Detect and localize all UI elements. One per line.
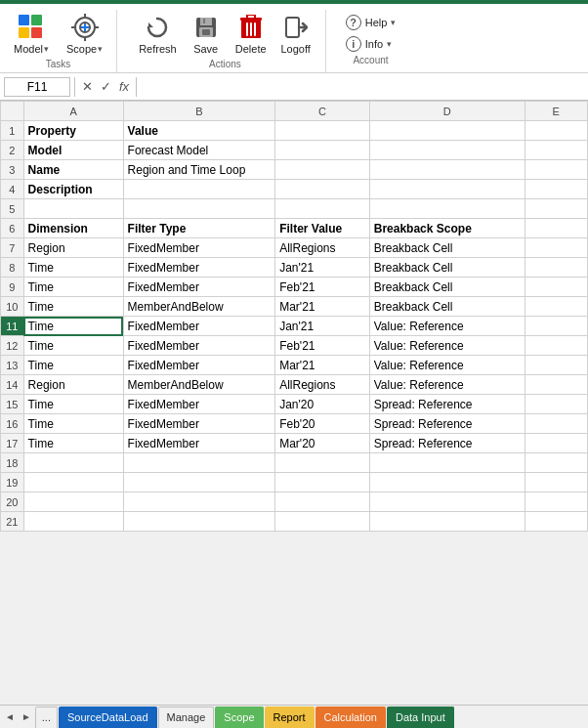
cell-r8-c3[interactable]: Breakback Cell <box>369 258 525 278</box>
col-header-a[interactable]: A <box>23 102 123 121</box>
row-header-18[interactable]: 18 <box>1 453 24 473</box>
function-icon[interactable]: fx <box>116 79 132 94</box>
cell-r11-c0[interactable]: Time <box>23 317 123 336</box>
cell-r10-c1[interactable]: MemberAndBelow <box>123 297 275 317</box>
cell-r10-c0[interactable]: Time <box>23 297 123 317</box>
col-header-c[interactable]: C <box>275 102 370 121</box>
row-header-10[interactable]: 10 <box>1 297 24 317</box>
cell-r11-c1[interactable]: FixedMember <box>123 317 275 336</box>
scope-button[interactable]: Scope ▾ <box>61 10 108 57</box>
cell-r19-c0[interactable] <box>23 473 123 492</box>
row-header-1[interactable]: 1 <box>1 121 24 141</box>
cell-r5-c2[interactable] <box>275 199 370 219</box>
cell-r12-c3[interactable]: Value: Reference <box>369 336 525 356</box>
cell-r18-c0[interactable] <box>23 453 123 473</box>
cell-r13-c4[interactable] <box>525 356 587 375</box>
cell-r9-c4[interactable] <box>525 278 587 297</box>
cell-r6-c3[interactable]: Breakback Scope <box>369 219 525 238</box>
cell-r1-c4[interactable] <box>525 121 587 141</box>
cancel-icon[interactable]: ✕ <box>79 79 96 94</box>
tab-source-data-load[interactable]: SourceDataLoad <box>59 707 157 728</box>
cell-r15-c0[interactable]: Time <box>23 395 123 414</box>
confirm-icon[interactable]: ✓ <box>98 79 114 94</box>
cell-r2-c3[interactable] <box>369 141 525 160</box>
cell-r9-c1[interactable]: FixedMember <box>123 278 275 297</box>
cell-r2-c4[interactable] <box>525 141 587 160</box>
cell-r4-c4[interactable] <box>525 180 587 199</box>
cell-r12-c4[interactable] <box>525 336 587 356</box>
cell-r21-c2[interactable] <box>275 512 370 532</box>
tab-report[interactable]: Report <box>265 707 315 728</box>
cell-r18-c2[interactable] <box>275 453 370 473</box>
cell-r8-c2[interactable]: Jan'21 <box>275 258 370 278</box>
row-header-19[interactable]: 19 <box>1 473 24 492</box>
model-button[interactable]: Model ▾ <box>8 10 55 57</box>
cell-r18-c1[interactable] <box>123 453 275 473</box>
cell-r17-c3[interactable]: Spread: Reference <box>369 434 525 453</box>
cell-r13-c3[interactable]: Value: Reference <box>369 356 525 375</box>
cell-r4-c3[interactable] <box>369 180 525 199</box>
tab-data-input[interactable]: Data Input <box>387 707 454 728</box>
row-header-20[interactable]: 20 <box>1 492 24 512</box>
cell-r8-c4[interactable] <box>525 258 587 278</box>
cell-r14-c4[interactable] <box>525 375 587 395</box>
cell-r12-c2[interactable]: Feb'21 <box>275 336 370 356</box>
row-header-9[interactable]: 9 <box>1 278 24 297</box>
cell-r8-c1[interactable]: FixedMember <box>123 258 275 278</box>
cell-r3-c0[interactable]: Name <box>23 160 123 180</box>
cell-r20-c4[interactable] <box>525 492 587 512</box>
cell-r11-c4[interactable] <box>525 317 587 336</box>
cell-r3-c2[interactable] <box>275 160 370 180</box>
row-header-21[interactable]: 21 <box>1 512 24 532</box>
cell-r13-c1[interactable]: FixedMember <box>123 356 275 375</box>
cell-r2-c1[interactable]: Forecast Model <box>123 141 275 160</box>
row-header-4[interactable]: 4 <box>1 180 24 199</box>
cell-r1-c1[interactable]: Value <box>123 121 275 141</box>
cell-r14-c2[interactable]: AllRegions <box>275 375 370 395</box>
cell-r1-c0[interactable]: Property <box>23 121 123 141</box>
cell-r7-c3[interactable]: Breakback Cell <box>369 238 525 258</box>
row-header-17[interactable]: 17 <box>1 434 24 453</box>
cell-r1-c3[interactable] <box>369 121 525 141</box>
cell-r7-c0[interactable]: Region <box>23 238 123 258</box>
cell-r13-c2[interactable]: Mar'21 <box>275 356 370 375</box>
cell-r8-c0[interactable]: Time <box>23 258 123 278</box>
cell-r12-c0[interactable]: Time <box>23 336 123 356</box>
row-header-7[interactable]: 7 <box>1 238 24 258</box>
cell-r17-c1[interactable]: FixedMember <box>123 434 275 453</box>
row-header-12[interactable]: 12 <box>1 336 24 356</box>
cell-r19-c3[interactable] <box>369 473 525 492</box>
cell-r2-c0[interactable]: Model <box>23 141 123 160</box>
row-header-16[interactable]: 16 <box>1 414 24 434</box>
cell-r3-c1[interactable]: Region and Time Loop <box>123 160 275 180</box>
cell-r5-c3[interactable] <box>369 199 525 219</box>
cell-r12-c1[interactable]: FixedMember <box>123 336 275 356</box>
cell-r20-c2[interactable] <box>275 492 370 512</box>
cell-r5-c4[interactable] <box>525 199 587 219</box>
cell-r1-c2[interactable] <box>275 121 370 141</box>
cell-r3-c3[interactable] <box>369 160 525 180</box>
cell-r18-c4[interactable] <box>525 453 587 473</box>
cell-r19-c1[interactable] <box>123 473 275 492</box>
col-header-d[interactable]: D <box>369 102 525 121</box>
col-header-b[interactable]: B <box>123 102 275 121</box>
cell-r6-c2[interactable]: Filter Value <box>275 219 370 238</box>
cell-r10-c4[interactable] <box>525 297 587 317</box>
tab-nav-left[interactable]: ◄ <box>2 709 18 724</box>
cell-r15-c1[interactable]: FixedMember <box>123 395 275 414</box>
info-button[interactable]: i Info ▾ <box>342 35 400 53</box>
cell-r21-c4[interactable] <box>525 512 587 532</box>
cell-r17-c2[interactable]: Mar'20 <box>275 434 370 453</box>
tab-calculation[interactable]: Calculation <box>315 707 386 728</box>
cell-r9-c2[interactable]: Feb'21 <box>275 278 370 297</box>
cell-r3-c4[interactable] <box>525 160 587 180</box>
tab-nav-right[interactable]: ► <box>19 709 34 724</box>
row-header-5[interactable]: 5 <box>1 199 24 219</box>
cell-r4-c0[interactable]: Description <box>23 180 123 199</box>
cell-r4-c1[interactable] <box>123 180 275 199</box>
cell-r4-c2[interactable] <box>275 180 370 199</box>
cell-r17-c4[interactable] <box>525 434 587 453</box>
cell-r10-c2[interactable]: Mar'21 <box>275 297 370 317</box>
logoff-button[interactable]: Logoff <box>274 10 317 57</box>
cell-r2-c2[interactable] <box>275 141 370 160</box>
